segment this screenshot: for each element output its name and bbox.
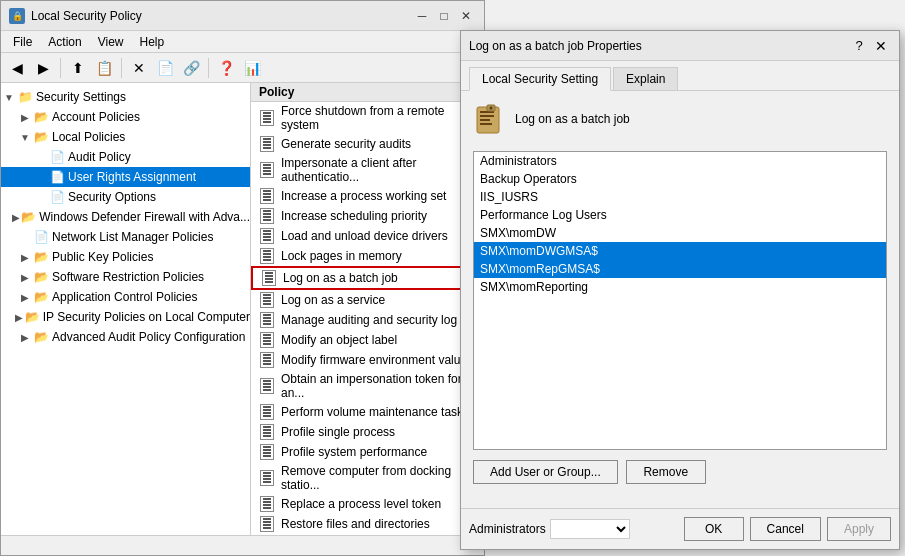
delete-button[interactable]: ✕	[127, 56, 151, 80]
policy-item-label: Profile single process	[281, 425, 395, 439]
policy-item-impersonate[interactable]: Impersonate a client after authenticatio…	[251, 154, 484, 186]
user-item-smx-momdwgmsa[interactable]: SMX\momDWGMSA$	[474, 242, 886, 260]
back-button[interactable]: ◀	[5, 56, 29, 80]
security-icon	[473, 103, 505, 135]
policy-item-modify-object[interactable]: Modify an object label	[251, 330, 484, 350]
user-item-smx-momdw[interactable]: SMX\momDW	[474, 224, 886, 242]
policy-item-restore-files[interactable]: Restore files and directories	[251, 514, 484, 534]
policy-item-label: Manage auditing and security log	[281, 313, 457, 327]
expand-icon: ▶	[17, 269, 33, 285]
policy-item-profile-system[interactable]: Profile system performance	[251, 442, 484, 462]
dialog-policy-title: Log on as a batch job	[515, 112, 630, 126]
remove-button[interactable]: Remove	[626, 460, 706, 484]
sidebar-item-account-policies[interactable]: ▶ 📂 Account Policies	[1, 107, 250, 127]
policy-item-load-unload[interactable]: Load and unload device drivers	[251, 226, 484, 246]
dialog-help-button[interactable]: ?	[849, 36, 869, 56]
dialog-footer-left: Administrators	[469, 519, 678, 539]
dialog-action-buttons: Add User or Group... Remove	[473, 460, 887, 484]
sidebar-item-public-key[interactable]: ▶ 📂 Public Key Policies	[1, 247, 250, 267]
add-user-group-button[interactable]: Add User or Group...	[473, 460, 618, 484]
sidebar-item-software-restriction[interactable]: ▶ 📂 Software Restriction Policies	[1, 267, 250, 287]
expand-icon: ▶	[17, 249, 33, 265]
action-menu[interactable]: Action	[40, 33, 89, 51]
users-list-box[interactable]: Administrators Backup Operators IIS_IUSR…	[473, 151, 887, 450]
sidebar-item-network-list[interactable]: ▶ 📄 Network List Manager Policies	[1, 227, 250, 247]
policy-item-replace-token[interactable]: Replace a process level token	[251, 494, 484, 514]
tab-local-security-setting[interactable]: Local Security Setting	[469, 67, 611, 91]
sidebar-item-windows-defender[interactable]: ▶ 📂 Windows Defender Firewall with Adva.…	[1, 207, 250, 227]
properties-button[interactable]: 📄	[153, 56, 177, 80]
user-item-iis-iusrs[interactable]: IIS_IUSRS	[474, 188, 886, 206]
policy-item-label: Perform volume maintenance tasks	[281, 405, 469, 419]
folder-icon: 📄	[49, 189, 65, 205]
sidebar-item-local-policies[interactable]: ▼ 📂 Local Policies	[1, 127, 250, 147]
apply-button[interactable]: Apply	[827, 517, 891, 541]
sidebar-item-app-control[interactable]: ▶ 📂 Application Control Policies	[1, 287, 250, 307]
sidebar-item-ip-security[interactable]: ▶ 📂 IP Security Policies on Local Comput…	[1, 307, 250, 327]
policy-item-profile-process[interactable]: Profile single process	[251, 422, 484, 442]
footer-label: Administrators	[469, 522, 546, 536]
policy-item-label: Modify an object label	[281, 333, 397, 347]
policy-item-label: Remove computer from docking statio...	[281, 464, 476, 492]
file-menu[interactable]: File	[5, 33, 40, 51]
up-button[interactable]: ⬆	[66, 56, 90, 80]
sidebar-item-user-rights[interactable]: ▶ 📄 User Rights Assignment	[1, 167, 250, 187]
policy-item-force-shutdown[interactable]: Force shutdown from a remote system	[251, 102, 484, 134]
policy-doc-icon	[259, 352, 275, 368]
folder-icon: 📂	[33, 109, 49, 125]
policy-item-log-service[interactable]: Log on as a service	[251, 290, 484, 310]
policy-item-obtain-impersonation[interactable]: Obtain an impersonation token for an...	[251, 370, 484, 402]
folder-icon: 📂	[33, 289, 49, 305]
folder-icon: 📂	[33, 269, 49, 285]
dialog-title-bar: Log on as a batch job Properties ? ✕	[461, 31, 899, 61]
view-menu[interactable]: View	[90, 33, 132, 51]
policy-item-increase-working-set[interactable]: Increase a process working set	[251, 186, 484, 206]
policy-item-manage-auditing[interactable]: Manage auditing and security log	[251, 310, 484, 330]
export-button[interactable]: 🔗	[179, 56, 203, 80]
policy-list: Policy Force shutdown from a remote syst…	[251, 83, 484, 535]
ok-button[interactable]: OK	[684, 517, 744, 541]
forward-button[interactable]: ▶	[31, 56, 55, 80]
view-button[interactable]: 📊	[240, 56, 264, 80]
folder-icon: 📄	[49, 149, 65, 165]
close-button[interactable]: ✕	[456, 6, 476, 26]
footer-dropdown[interactable]	[550, 519, 630, 539]
policy-list-header: Policy	[251, 83, 484, 102]
policy-doc-icon	[259, 424, 275, 440]
sidebar-item-label: Security Options	[68, 190, 156, 204]
help-menu[interactable]: Help	[132, 33, 173, 51]
user-item-smx-momreporting[interactable]: SMX\momReporting	[474, 278, 886, 296]
sidebar-item-label: IP Security Policies on Local Computer	[43, 310, 250, 324]
sidebar-item-security-options[interactable]: ▶ 📄 Security Options	[1, 187, 250, 207]
policy-item-remove-docking[interactable]: Remove computer from docking statio...	[251, 462, 484, 494]
user-item-smx-momrepgmsa[interactable]: SMX\momRepGMSA$	[474, 260, 886, 278]
sidebar-item-advanced-audit[interactable]: ▶ 📂 Advanced Audit Policy Configuration	[1, 327, 250, 347]
policy-item-modify-firmware[interactable]: Modify firmware environment values	[251, 350, 484, 370]
help-button[interactable]: ❓	[214, 56, 238, 80]
expand-icon: ▶	[17, 109, 33, 125]
policy-item-increase-priority[interactable]: Increase scheduling priority	[251, 206, 484, 226]
cancel-button[interactable]: Cancel	[750, 517, 821, 541]
policy-item-perform-volume[interactable]: Perform volume maintenance tasks	[251, 402, 484, 422]
dialog-close-button[interactable]: ✕	[871, 36, 891, 56]
dialog-policy-header: Log on as a batch job	[473, 103, 887, 135]
maximize-button[interactable]: □	[434, 6, 454, 26]
main-window-title: Local Security Policy	[31, 9, 412, 23]
expand-icon: ▶	[11, 209, 21, 225]
policy-item-label: Modify firmware environment values	[281, 353, 473, 367]
policy-doc-icon	[259, 312, 275, 328]
tab-explain[interactable]: Explain	[613, 67, 678, 90]
sidebar-item-security-settings[interactable]: ▼ 📁 Security Settings	[1, 87, 250, 107]
user-item-backup-operators[interactable]: Backup Operators	[474, 170, 886, 188]
sidebar-item-label: Account Policies	[52, 110, 140, 124]
minimize-button[interactable]: ─	[412, 6, 432, 26]
policy-item-log-batch-job[interactable]: Log on as a batch job	[251, 266, 484, 290]
sidebar-item-audit-policy[interactable]: ▶ 📄 Audit Policy	[1, 147, 250, 167]
user-item-administrators[interactable]: Administrators	[474, 152, 886, 170]
policy-item-generate-audits[interactable]: Generate security audits	[251, 134, 484, 154]
sidebar-item-label: Application Control Policies	[52, 290, 197, 304]
show-hide-button[interactable]: 📋	[92, 56, 116, 80]
svg-rect-4	[480, 123, 492, 125]
user-item-performance-log[interactable]: Performance Log Users	[474, 206, 886, 224]
policy-item-lock-pages[interactable]: Lock pages in memory	[251, 246, 484, 266]
